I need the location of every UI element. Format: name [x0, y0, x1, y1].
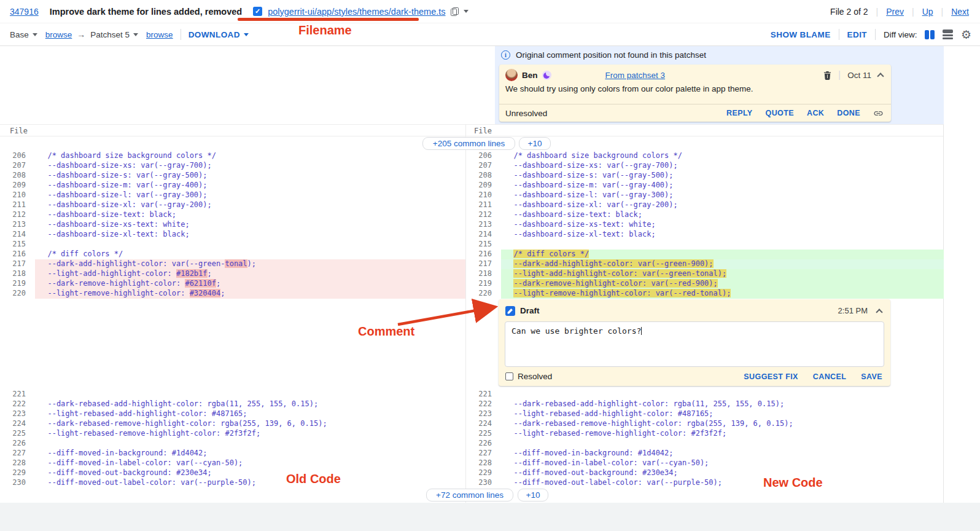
line-number[interactable]: 224	[0, 419, 35, 429]
line-number[interactable]: 208	[466, 171, 501, 181]
unresolved-status: Unresolved	[505, 109, 547, 118]
line-number[interactable]: 213	[466, 220, 501, 230]
settings-gear-icon[interactable]: ⚙	[961, 29, 971, 41]
download-dropdown[interactable]: DOWNLOAD	[189, 30, 249, 39]
up-link[interactable]: Up	[922, 7, 933, 17]
expand-ten-lines-bottom-button[interactable]: +10	[518, 489, 548, 502]
line-number[interactable]: 222	[0, 399, 35, 409]
collapse-comment-icon[interactable]	[877, 73, 884, 79]
line-number[interactable]: 207	[466, 161, 501, 171]
copy-link-icon[interactable]	[873, 108, 884, 119]
line-number[interactable]: 218	[466, 269, 501, 279]
line-number[interactable]: 211	[466, 200, 501, 210]
diff-row-right: 225 --light-rebased-remove-highlight-col…	[465, 429, 944, 439]
code-line: --diff-moved-out-background: #230e34;	[35, 468, 465, 478]
collapse-draft-icon[interactable]	[876, 309, 882, 315]
line-number[interactable]: 210	[466, 191, 501, 200]
reviewed-checkbox[interactable]: ✓	[253, 7, 262, 16]
line-number[interactable]: 228	[0, 458, 35, 468]
suggest-fix-button[interactable]: SUGGEST FIX	[744, 372, 798, 381]
line-number[interactable]: 223	[466, 409, 501, 419]
line-number[interactable]: 216	[466, 250, 501, 259]
line-number[interactable]: 210	[0, 191, 35, 200]
diff-row-left: 220 --light-remove-highlight-color: #320…	[0, 289, 465, 299]
done-button[interactable]: DONE	[837, 109, 860, 117]
line-number[interactable]: 206	[0, 151, 35, 161]
expand-ten-lines-top-button[interactable]: +10	[519, 137, 551, 150]
show-blame-button[interactable]: SHOW BLAME	[771, 30, 831, 39]
diff-row-right: 215	[465, 240, 944, 250]
line-number[interactable]: 228	[466, 458, 501, 468]
line-number[interactable]: 217	[466, 259, 501, 269]
unified-view-icon[interactable]	[943, 30, 953, 39]
line-number[interactable]: 207	[0, 161, 35, 171]
caret-down-icon	[244, 33, 249, 36]
next-file-link[interactable]: Next	[951, 7, 969, 17]
code-line: --dark-rebased-remove-highlight-color: r…	[35, 419, 465, 429]
side-by-side-view-icon[interactable]	[925, 30, 935, 39]
file-path-link[interactable]: polygerrit-ui/app/styles/themes/dark-the…	[268, 7, 445, 17]
line-number[interactable]: 222	[466, 399, 501, 409]
line-number[interactable]: 209	[466, 181, 501, 191]
browse-base-link[interactable]: browse	[45, 30, 72, 39]
expand-common-lines-bottom-button[interactable]: +72 common lines	[426, 489, 513, 502]
quote-button[interactable]: QUOTE	[766, 109, 794, 117]
line-number[interactable]: 227	[466, 449, 501, 458]
diff-row-right: 221	[465, 390, 944, 399]
line-number[interactable]: 221	[0, 390, 35, 399]
line-number[interactable]: 206	[466, 151, 501, 161]
diff-row-left: 228 --diff-moved-in-label-color: var(--c…	[0, 458, 465, 468]
line-number[interactable]: 212	[466, 210, 501, 220]
line-number[interactable]: 212	[0, 210, 35, 220]
line-number[interactable]: 220	[0, 289, 35, 299]
line-number[interactable]: 211	[0, 200, 35, 210]
line-number[interactable]: 220	[466, 289, 501, 299]
line-number[interactable]: 229	[466, 468, 501, 478]
line-number[interactable]: 209	[0, 181, 35, 191]
line-number[interactable]: 225	[0, 429, 35, 439]
line-number[interactable]: 208	[0, 171, 35, 181]
copy-icon[interactable]	[451, 7, 457, 15]
delete-comment-icon[interactable]	[823, 71, 831, 80]
line-number[interactable]: 226	[0, 439, 35, 449]
line-number[interactable]: 219	[466, 279, 501, 289]
line-number[interactable]: 217	[0, 259, 35, 269]
line-number[interactable]: 219	[0, 279, 35, 289]
line-number[interactable]: 224	[466, 419, 501, 429]
line-number[interactable]: 213	[0, 220, 35, 230]
line-number[interactable]: 227	[0, 449, 35, 458]
line-number[interactable]: 223	[0, 409, 35, 419]
line-number[interactable]: 230	[0, 478, 35, 488]
diff-row-right: 226	[465, 439, 944, 449]
line-number[interactable]: 215	[0, 240, 35, 250]
base-patchset-dropdown[interactable]: Base	[10, 30, 37, 39]
diff-lines-206-220: 206 /* dashboard size background colors …	[0, 151, 943, 299]
line-number[interactable]: 215	[466, 240, 501, 250]
cancel-button[interactable]: CANCEL	[813, 372, 846, 381]
file-dropdown-caret-icon[interactable]	[464, 10, 469, 13]
browse-patchset-link[interactable]: browse	[146, 30, 173, 39]
resolved-checkbox[interactable]	[505, 372, 513, 380]
line-number[interactable]: 214	[0, 230, 35, 240]
draft-textarea[interactable]: Can we use brighter colors?	[505, 321, 884, 367]
line-number[interactable]: 214	[466, 230, 501, 240]
diff-row: 212 --dashboard-size-text: black;212 --d…	[0, 210, 943, 220]
ack-button[interactable]: ACK	[807, 109, 824, 117]
line-number[interactable]: 225	[466, 429, 501, 439]
line-number[interactable]: 226	[466, 439, 501, 449]
line-number[interactable]: 230	[466, 478, 501, 488]
patchset-dropdown[interactable]: Patchset 5	[90, 30, 138, 39]
prev-file-link[interactable]: Prev	[886, 7, 904, 17]
change-number-link[interactable]: 347916	[10, 7, 39, 17]
arrow-right-icon: →	[77, 30, 85, 39]
line-number[interactable]: 218	[0, 269, 35, 279]
comment-author: Ben	[522, 71, 538, 80]
edit-button[interactable]: EDIT	[847, 30, 867, 39]
from-patchset-link[interactable]: From patchset 3	[605, 71, 666, 80]
reply-button[interactable]: REPLY	[726, 109, 753, 117]
line-number[interactable]: 221	[466, 390, 501, 399]
line-number[interactable]: 229	[0, 468, 35, 478]
expand-common-lines-top-button[interactable]: +205 common lines	[422, 137, 515, 150]
line-number[interactable]: 216	[0, 250, 35, 259]
save-button[interactable]: SAVE	[861, 372, 882, 381]
